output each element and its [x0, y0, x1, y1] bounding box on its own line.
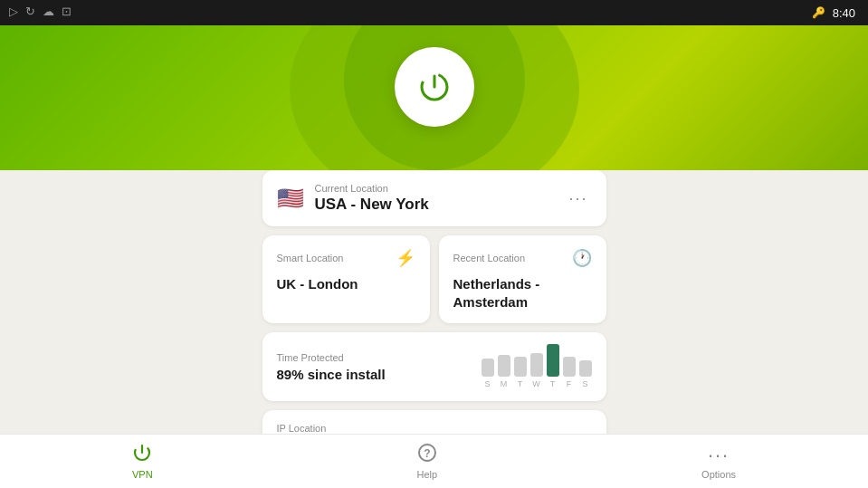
options-nav-icon: ···: [708, 444, 730, 467]
time-protected-value: 89% since install: [277, 367, 463, 382]
time-protected-label: Time Protected: [277, 352, 463, 363]
bar-day-label: T: [550, 379, 556, 388]
status-icons: 🔑: [812, 6, 825, 19]
bar: [514, 357, 527, 377]
smart-location-card[interactable]: Smart Location ⚡ UK - London: [262, 235, 430, 323]
nav-help-label: Help: [417, 469, 438, 480]
recent-location-name: Netherlands - Amsterdam: [453, 275, 592, 311]
smart-location-header: Smart Location ⚡: [277, 248, 415, 268]
bar-day-group: T: [547, 344, 559, 388]
help-nav-icon: ?: [417, 443, 437, 467]
time-protected-text: Time Protected 89% since install: [277, 352, 463, 382]
time-protected-card: Time Protected 89% since install SMTWTFS: [262, 332, 606, 401]
bar-day-group: S: [482, 359, 494, 388]
bar-day-group: M: [498, 355, 510, 388]
recent-location-header: Recent Location 🕐: [453, 248, 592, 268]
bar-day-label: T: [518, 379, 523, 388]
power-icon: [416, 69, 453, 105]
bar-day-label: M: [501, 379, 508, 388]
ip-location-label: IP Location: [277, 423, 502, 434]
usa-flag-icon: 🇺🇸: [277, 186, 304, 211]
bar-day-group: S: [579, 360, 592, 388]
smart-location-label: Smart Location: [277, 253, 344, 263]
bar-day-label: F: [567, 379, 572, 388]
grid-icon: ⊡: [62, 5, 72, 18]
bar: [498, 355, 510, 377]
nav-options[interactable]: ··· Options: [683, 436, 754, 487]
ip-location-text: IP Location Apps and websites see this V…: [277, 423, 502, 434]
bar: [530, 353, 543, 377]
bar-day-label: S: [582, 379, 587, 388]
nav-options-label: Options: [701, 469, 736, 480]
bar: [482, 359, 494, 377]
power-button-container: [395, 47, 474, 127]
current-location-label: Current Location: [315, 183, 555, 194]
key-icon: 🔑: [812, 6, 825, 19]
bar: [547, 344, 559, 377]
ip-location-card: IP Location Apps and websites see this V…: [262, 410, 606, 434]
bar-day-group: W: [530, 353, 543, 388]
vpn-nav-icon: [132, 443, 152, 467]
nav-vpn-label: VPN: [132, 469, 153, 480]
clock-icon: 🕐: [572, 248, 592, 268]
status-time: 8:40: [833, 6, 855, 20]
recent-location-card[interactable]: Recent Location 🕐 Netherlands - Amsterda…: [439, 235, 606, 323]
bar-day-group: T: [514, 357, 527, 388]
bar-day-label: S: [484, 379, 490, 388]
status-bar: ▷ ↻ ☁ ⊡ 🔑 8:40: [0, 0, 868, 25]
refresh-icon: ↻: [25, 5, 35, 18]
current-location-info: Current Location USA - New York: [315, 183, 555, 214]
main-content: 🇺🇸 Current Location USA - New York ··· S…: [0, 170, 868, 434]
bottom-nav: VPN ? Help ··· Options: [0, 434, 868, 488]
more-options-button[interactable]: ···: [565, 187, 591, 210]
bar-day-group: F: [563, 357, 576, 388]
bar-day-label: W: [532, 379, 540, 388]
svg-text:?: ?: [424, 447, 430, 460]
power-button[interactable]: [395, 47, 474, 127]
smart-location-name: UK - London: [277, 275, 415, 293]
lightning-icon: ⚡: [396, 248, 415, 268]
top-left-icons: ▷ ↻ ☁ ⊡: [9, 5, 72, 18]
bar-chart: SMTWTFS: [482, 345, 592, 388]
cloud-icon: ☁: [43, 5, 54, 18]
bar: [579, 360, 592, 377]
recent-location-label: Recent Location: [453, 253, 526, 263]
location-row: Smart Location ⚡ UK - London Recent Loca…: [262, 235, 606, 323]
current-location-card: 🇺🇸 Current Location USA - New York ···: [262, 170, 606, 226]
bar: [563, 357, 576, 377]
play-icon: ▷: [9, 5, 18, 18]
nav-vpn[interactable]: VPN: [114, 435, 171, 487]
current-location-name: USA - New York: [315, 196, 555, 214]
nav-help[interactable]: ? Help: [399, 435, 456, 487]
